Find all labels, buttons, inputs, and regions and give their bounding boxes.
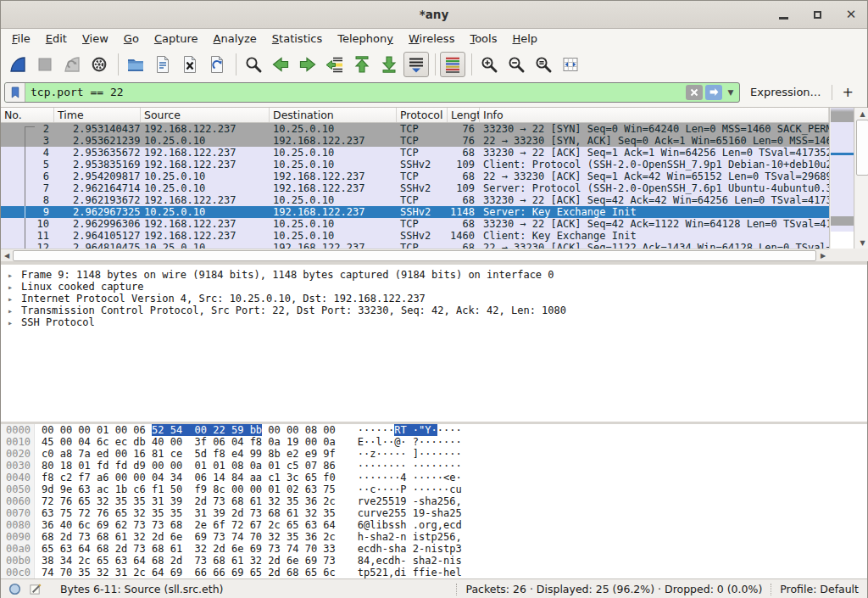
- detail-row[interactable]: ▸SSH Protocol: [1, 316, 867, 328]
- resize-columns-button[interactable]: [558, 52, 583, 77]
- menu-item-telephony[interactable]: Telephony: [330, 29, 401, 49]
- packet-row[interactable]: 72.96216471410.25.0.10192.168.122.237SSH…: [1, 182, 829, 194]
- profile-selector[interactable]: Profile: Default: [780, 583, 859, 595]
- close-button[interactable]: ✕: [843, 8, 859, 23]
- column-header-no[interactable]: No.: [1, 108, 54, 122]
- packet-row[interactable]: 112.964105127192.168.122.23710.25.0.10SS…: [1, 230, 829, 242]
- cell-info: 33230 → 22 [ACK] Seq=42 Ack=42 Win=64256…: [480, 194, 829, 206]
- go-forward-button[interactable]: [295, 52, 320, 77]
- column-header-source[interactable]: Source: [141, 108, 270, 122]
- menu-item-tools[interactable]: Tools: [462, 29, 504, 49]
- detail-row[interactable]: ▸Internet Protocol Version 4, Src: 10.25…: [1, 293, 867, 305]
- titlebar[interactable]: *any ✕: [1, 1, 867, 29]
- packet-details-pane: ▸Frame 9: 1148 bytes on wire (9184 bits)…: [1, 265, 867, 422]
- packet-row[interactable]: 52.953835169192.168.122.23710.25.0.10SSH…: [1, 159, 829, 170]
- filter-bookmark-button[interactable]: [5, 83, 25, 102]
- close-file-button[interactable]: [177, 52, 203, 77]
- field-status-text: Bytes 6-11: Source (sll.src.eth): [60, 583, 223, 595]
- cell-protocol: TCP: [397, 218, 448, 230]
- hex-row[interactable]: 0020c0 a8 7a ed 00 16 81 ce 5d f8 e4 99 …: [1, 448, 867, 460]
- menu-item-edit[interactable]: Edit: [38, 29, 75, 49]
- go-back-button[interactable]: [268, 52, 293, 77]
- zoom-in-button[interactable]: [476, 52, 502, 77]
- capture-comment-button[interactable]: [29, 583, 42, 595]
- zoom-out-button[interactable]: [504, 52, 529, 77]
- packet-row[interactable]: 102.962996306192.168.122.23710.25.0.10TC…: [1, 218, 829, 230]
- hex-row[interactable]: 00c074 70 35 32 31 2c 64 69 66 66 69 65 …: [1, 567, 867, 578]
- hex-row[interactable]: 009068 2d 73 68 61 32 2d 6e 69 73 74 70 …: [1, 531, 867, 543]
- menu-item-wireless[interactable]: Wireless: [401, 29, 462, 49]
- cell-no: 7: [1, 182, 54, 194]
- display-filter-input[interactable]: [25, 83, 686, 102]
- scroll-up-icon[interactable]: ▲: [855, 108, 868, 120]
- packet-row[interactable]: 62.95420981710.25.0.10192.168.122.237TCP…: [1, 170, 829, 182]
- menu-item-statistics[interactable]: Statistics: [264, 29, 330, 49]
- detail-row[interactable]: ▸Linux cooked capture: [1, 281, 867, 293]
- filter-apply-button[interactable]: [705, 85, 722, 100]
- column-header-time[interactable]: Time: [54, 108, 141, 122]
- packet-row[interactable]: 22.953140437192.168.122.23710.25.0.10TCP…: [1, 123, 829, 135]
- hex-row[interactable]: 007063 75 72 76 65 32 35 35 31 39 2d 73 …: [1, 507, 867, 519]
- intelligent-scrollbar-minimap[interactable]: [831, 108, 854, 249]
- vertical-scrollbar[interactable]: ▲ ▼: [855, 108, 868, 249]
- menu-item-analyze[interactable]: Analyze: [206, 29, 264, 49]
- find-packet-button[interactable]: [241, 52, 266, 77]
- hex-row[interactable]: 00a065 63 64 68 2d 73 68 61 32 2d 6e 69 …: [1, 543, 867, 555]
- open-file-icon: [125, 54, 146, 75]
- detail-row[interactable]: ▸Transmission Control Protocol, Src Port…: [1, 305, 867, 316]
- hex-row[interactable]: 008036 40 6c 69 62 73 73 68 2e 6f 72 67 …: [1, 519, 867, 531]
- maximize-button[interactable]: [810, 8, 825, 23]
- hex-row[interactable]: 006072 76 65 32 35 35 31 39 2d 73 68 61 …: [1, 495, 867, 507]
- hex-row[interactable]: 00b038 34 2c 65 63 64 68 2d 73 68 61 32 …: [1, 555, 867, 567]
- stop-capture-button[interactable]: [32, 52, 58, 77]
- vertical-scrollbar-thumb[interactable]: [856, 120, 868, 176]
- column-header-info[interactable]: Info: [480, 108, 829, 122]
- start-capture-button[interactable]: [5, 52, 31, 77]
- auto-scroll-button[interactable]: [403, 52, 429, 77]
- menu-item-help[interactable]: Help: [504, 29, 545, 49]
- menu-item-file[interactable]: File: [4, 29, 38, 49]
- scroll-left-icon[interactable]: ◀: [1, 249, 13, 262]
- column-header-length[interactable]: Length: [448, 108, 480, 122]
- filter-clear-button[interactable]: [686, 85, 703, 100]
- hex-row[interactable]: 000000 00 00 01 00 06 52 54 00 22 59 bb …: [1, 424, 867, 436]
- zoom-reset-button[interactable]: [531, 52, 556, 77]
- hex-row[interactable]: 00509d 9e 63 ac 1b c6 f1 50 f9 8c 00 00 …: [1, 483, 867, 495]
- menu-item-go[interactable]: Go: [116, 29, 147, 49]
- hex-row[interactable]: 001045 00 04 6c ec db 40 00 3f 06 04 f8 …: [1, 436, 867, 448]
- restart-capture-button[interactable]: [59, 52, 85, 77]
- add-filter-button[interactable]: +: [832, 84, 862, 100]
- menu-item-capture[interactable]: Capture: [147, 29, 206, 49]
- column-header-destination[interactable]: Destination: [270, 108, 397, 122]
- horizontal-scrollbar[interactable]: ◀ ▶: [1, 249, 829, 261]
- hex-row[interactable]: 0040f8 c2 f7 a6 00 00 04 34 06 14 84 aa …: [1, 472, 867, 483]
- go-first-button[interactable]: [349, 52, 375, 77]
- scroll-down-icon[interactable]: ▼: [855, 237, 868, 249]
- packet-row[interactable]: 122.96481047510.25.0.10192.168.122.237TC…: [1, 242, 829, 249]
- save-file-button[interactable]: [150, 52, 175, 77]
- open-file-button[interactable]: [123, 52, 148, 77]
- scroll-right-icon[interactable]: ▶: [817, 249, 829, 262]
- go-to-packet-button[interactable]: [322, 52, 348, 77]
- column-header-protocol[interactable]: Protocol: [397, 108, 448, 122]
- hex-offset: 00b0: [1, 555, 35, 567]
- cell-destination: 10.25.0.10: [270, 194, 397, 206]
- packet-row[interactable]: 42.953635672192.168.122.23710.25.0.10TCP…: [1, 147, 829, 159]
- horizontal-scrollbar-thumb[interactable]: [13, 250, 816, 261]
- expression-button[interactable]: Expression…: [740, 86, 832, 98]
- packet-row[interactable]: 32.95362123910.25.0.10192.168.122.237TCP…: [1, 135, 829, 147]
- detail-row[interactable]: ▸Frame 9: 1148 bytes on wire (9184 bits)…: [1, 269, 867, 281]
- minimize-button[interactable]: [776, 8, 791, 23]
- cell-no: 2: [1, 123, 54, 135]
- capture-options-button[interactable]: [86, 52, 112, 77]
- colorize-packets-button[interactable]: [440, 52, 465, 77]
- packet-row[interactable]: 82.962193672192.168.122.23710.25.0.10TCP…: [1, 194, 829, 206]
- hex-offset: 0060: [1, 495, 35, 507]
- filter-dropdown-button[interactable]: ▼: [725, 85, 737, 100]
- reload-file-button[interactable]: [204, 52, 230, 77]
- expert-info-button[interactable]: [8, 583, 21, 595]
- packet-row[interactable]: 92.96296732510.25.0.10192.168.122.237SSH…: [1, 206, 829, 218]
- go-last-button[interactable]: [376, 52, 402, 77]
- hex-row[interactable]: 003080 18 01 fd fd d9 00 00 01 01 08 0a …: [1, 460, 867, 472]
- menu-item-view[interactable]: View: [75, 29, 116, 49]
